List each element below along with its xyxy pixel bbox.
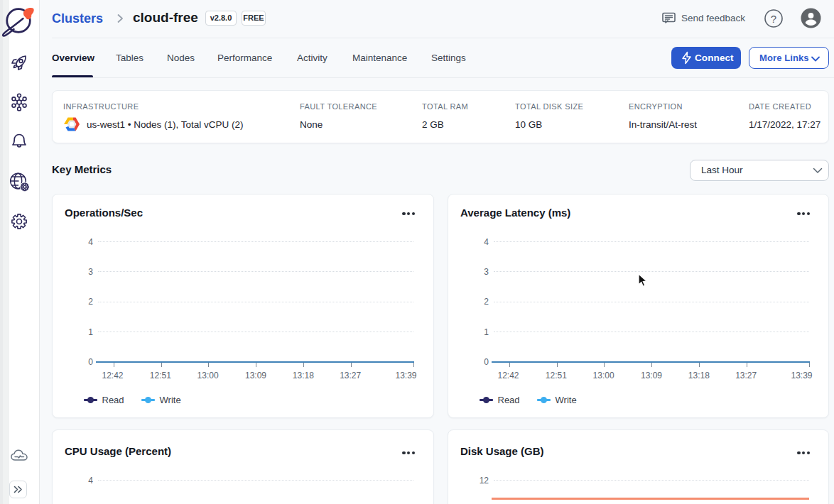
svg-text:?: ?: [771, 13, 776, 25]
